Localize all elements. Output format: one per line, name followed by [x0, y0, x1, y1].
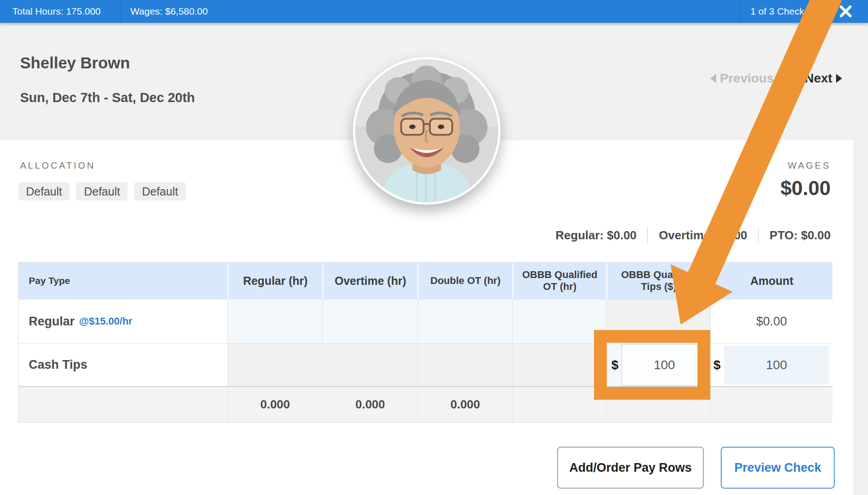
wage-breakdown: Regular: $0.00 Overtime: $0.00 PTO: $0.0…	[556, 227, 831, 243]
checks-counter: 1 of 3 Checks	[750, 0, 809, 23]
summary-divider	[758, 227, 759, 243]
overtime-wages: Overtime: $0.00	[659, 228, 747, 242]
totals-spacer	[19, 386, 227, 422]
previous-label: Previous	[720, 71, 774, 86]
next-label: Next	[805, 71, 832, 86]
avatar-portrait	[355, 59, 498, 202]
col-header-obbb-qualified-ot: OBBB Qualified OT (hr)	[512, 263, 606, 299]
obbb-ot-hours-disabled-cell	[512, 343, 606, 386]
previous-arrow-icon	[710, 74, 716, 83]
next-check-button[interactable]: Next	[805, 69, 842, 88]
pay-period: Sun, Dec 7th - Sat, Dec 20th	[20, 90, 195, 105]
close-button[interactable]	[838, 4, 853, 19]
pto-wages: PTO: $0.00	[770, 228, 831, 242]
double-ot-hours-disabled-cell	[418, 343, 512, 386]
double-ot-hours-input-cell[interactable]	[418, 299, 512, 343]
employee-name: Shelley Brown	[20, 54, 130, 72]
close-icon	[839, 5, 852, 18]
pay-type-regular: Regular @$15.00/hr	[19, 299, 227, 343]
col-header-amount: Amount	[710, 263, 832, 299]
pay-table: Pay Type Regular (hr) Overtime (hr) Doub…	[18, 262, 832, 423]
cash-tips-amount-cell: $ 100	[710, 343, 832, 386]
regular-hours-disabled-cell	[227, 343, 322, 386]
totals-spacer	[710, 386, 832, 422]
obbb-ot-hours-input-cell[interactable]	[512, 299, 606, 343]
topbar-divider	[817, 0, 817, 23]
paycheck-editor-modal: Total Hours: 175.000 Wages: $6,580.00 1 …	[0, 0, 868, 495]
summary-topbar: Total Hours: 175.000 Wages: $6,580.00 1 …	[0, 0, 868, 23]
totals-spacer	[512, 386, 606, 422]
preview-check-button[interactable]: Preview Check	[721, 447, 835, 489]
regular-hours-input-cell[interactable]	[227, 299, 322, 343]
total-double-ot-hours: 0.000	[418, 386, 512, 422]
col-header-overtime-hr: Overtime (hr)	[322, 263, 418, 299]
wages-total: $0.00	[780, 177, 831, 200]
add-order-pay-rows-button[interactable]: Add/Order Pay Rows	[557, 447, 704, 489]
obbb-qualified-tips-cell: $	[606, 343, 710, 386]
previous-check-button[interactable]: Previous	[710, 69, 774, 88]
total-regular-hours: 0.000	[227, 386, 322, 422]
employee-avatar	[353, 57, 501, 205]
col-header-obbb-qualified-tips: OBBB Qualified Tips ($)	[606, 263, 710, 299]
regular-amount-cell: $0.00	[710, 299, 832, 343]
page-background-strip	[853, 23, 868, 495]
topbar-divider	[120, 0, 120, 23]
col-header-double-ot-hr: Double OT (hr)	[418, 263, 512, 299]
total-hours-summary: Total Hours: 175.000	[12, 0, 101, 23]
obbb-qualified-tips-input[interactable]	[621, 344, 708, 386]
regular-wages: Regular: $0.00	[556, 228, 637, 242]
allocation-tag[interactable]: Default	[76, 182, 128, 201]
allocation-label: ALLOCATION	[20, 160, 95, 171]
topbar-divider	[739, 0, 740, 23]
total-overtime-hours: 0.000	[322, 386, 418, 422]
obbb-tips-disabled-cell	[606, 299, 710, 343]
pay-rate-link[interactable]: @$15.00/hr	[79, 315, 133, 327]
pay-type-label: Regular	[29, 315, 75, 329]
col-header-regular-hr: Regular (hr)	[227, 263, 322, 299]
allocation-tag[interactable]: Default	[134, 182, 186, 201]
overtime-hours-input-cell[interactable]	[322, 299, 418, 343]
totals-spacer	[606, 386, 710, 422]
dollar-sign: $	[713, 358, 721, 372]
pay-type-label: Cash Tips	[29, 358, 88, 372]
summary-divider	[647, 227, 648, 243]
allocation-tag[interactable]: Default	[18, 182, 70, 201]
cash-tips-amount-value: 100	[724, 345, 829, 385]
overtime-hours-disabled-cell	[322, 343, 418, 386]
pay-type-cash-tips: Cash Tips	[19, 343, 227, 386]
next-arrow-icon	[836, 74, 842, 83]
dollar-sign: $	[611, 358, 619, 372]
allocation-tags: Default Default Default	[18, 182, 186, 201]
wages-summary: Wages: $6,580.00	[130, 0, 208, 23]
wages-label: WAGES	[788, 160, 831, 171]
col-header-pay-type: Pay Type	[19, 263, 227, 299]
